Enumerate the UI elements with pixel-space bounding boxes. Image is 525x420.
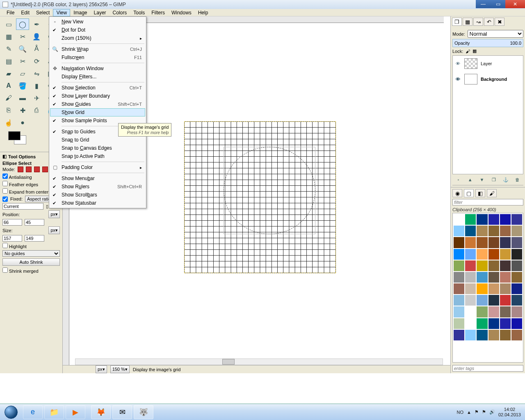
tab-paths[interactable]: ↝ [473, 18, 483, 26]
task-outlook[interactable]: ✉ [112, 405, 132, 419]
pattern-swatch[interactable] [477, 283, 487, 294]
pattern-swatch[interactable] [500, 283, 511, 294]
tool-align[interactable]: ▤ [2, 55, 15, 67]
pattern-swatch[interactable] [500, 306, 511, 317]
tray-lang[interactable]: NO [457, 410, 464, 415]
pattern-swatch[interactable] [500, 260, 511, 271]
pattern-swatch[interactable] [488, 306, 499, 317]
tool-dodge[interactable]: ● [16, 117, 29, 128]
status-unit[interactable]: px▾ [96, 365, 107, 373]
layer-row[interactable]: 👁 Background [453, 71, 523, 87]
tool-clone[interactable]: ⎘ [2, 105, 15, 116]
pattern-swatch[interactable] [488, 283, 499, 294]
pattern-swatch[interactable] [488, 272, 499, 283]
size-w-field[interactable] [2, 235, 22, 242]
pattern-swatch[interactable] [465, 306, 476, 317]
layer-delete-icon[interactable]: 🗑 [514, 176, 521, 183]
task-media[interactable]: ▶ [66, 405, 85, 419]
tray-flag-icon[interactable]: ▲ [467, 410, 471, 415]
pattern-swatch[interactable] [477, 295, 487, 306]
close-button[interactable]: ✕ [505, 0, 525, 8]
menu-image[interactable]: Image [70, 9, 90, 16]
tool-rotate[interactable]: ⟳ [30, 55, 43, 67]
tool-color-picker[interactable]: ✎ [2, 43, 15, 55]
minimize-button[interactable]: — [476, 0, 491, 8]
pattern-swatch[interactable] [465, 226, 476, 236]
menu-tools[interactable]: Tools [130, 9, 148, 16]
orient-port-icon[interactable]: ▯ [46, 204, 48, 209]
pattern-swatch[interactable] [465, 330, 476, 340]
pattern-swatch[interactable] [477, 272, 487, 283]
pattern-swatch[interactable] [454, 295, 464, 306]
tray-volume-icon[interactable]: 🔊 [489, 409, 495, 415]
shrink-merged-checkbox[interactable] [2, 267, 8, 273]
menu-filters[interactable]: Filters [148, 9, 168, 16]
blend-mode-select[interactable]: Normal [468, 30, 523, 38]
layer-anchor-icon[interactable]: ⚓ [502, 176, 509, 183]
pattern-swatch[interactable] [465, 318, 476, 329]
tab-undo[interactable]: ↶ [484, 18, 494, 26]
pattern-swatch[interactable] [454, 306, 464, 317]
pattern-swatch[interactable] [511, 318, 522, 329]
pattern-swatch[interactable] [511, 272, 522, 283]
tool-rect-select[interactable]: ▭ [2, 18, 15, 30]
menu-dot-for-dot[interactable]: ✔Dot for Dot [50, 26, 145, 34]
pattern-swatch[interactable] [465, 295, 476, 306]
menu-edit[interactable]: Edit [18, 9, 33, 16]
pattern-swatch[interactable] [454, 272, 464, 283]
image-canvas[interactable] [184, 121, 336, 273]
pattern-swatch[interactable] [454, 283, 464, 294]
pos-y-field[interactable] [25, 219, 44, 226]
tool-zoom[interactable]: 🔍 [16, 43, 29, 55]
pattern-swatch[interactable] [511, 249, 522, 260]
tool-blend[interactable]: ▮ [30, 80, 43, 91]
pattern-swatch[interactable] [454, 226, 464, 236]
guides-select[interactable]: No guides [2, 250, 60, 257]
pattern-swatch[interactable] [454, 260, 464, 271]
layer-row[interactable]: 👁 Layer [453, 56, 523, 71]
tool-ellipse-select[interactable]: ◯ [16, 18, 29, 30]
pattern-swatch[interactable] [500, 237, 511, 248]
pattern-swatch[interactable] [454, 249, 464, 260]
layer-dup-icon[interactable]: ❐ [490, 176, 498, 183]
pattern-swatch[interactable] [488, 226, 499, 236]
tray-clock[interactable]: 14:02 02.04.2013 [498, 407, 521, 417]
pattern-swatch[interactable] [477, 214, 487, 225]
pattern-swatch[interactable] [500, 249, 511, 260]
menu-shrink-wrap[interactable]: 🔍Shrink WrapCtrl+J [50, 45, 145, 53]
tool-perspective[interactable]: ▱ [16, 68, 29, 79]
mode-intersect[interactable] [42, 167, 48, 172]
pattern-swatch[interactable] [500, 318, 511, 329]
tool-free-select[interactable]: ✒ [30, 18, 43, 30]
highlight-checkbox[interactable] [2, 243, 8, 248]
tool-scissors[interactable]: ✂ [16, 31, 29, 42]
pos-x-field[interactable] [2, 219, 22, 226]
tool-eraser[interactable]: ▬ [16, 92, 29, 104]
menu-snap-path[interactable]: Snap to Active Path [50, 152, 145, 160]
tool-bucket[interactable]: 🪣 [16, 80, 29, 91]
menu-select[interactable]: Select [33, 9, 53, 16]
pattern-swatch[interactable] [500, 214, 511, 225]
tool-airbrush[interactable]: ✈ [30, 92, 43, 104]
pattern-swatch[interactable] [477, 260, 487, 271]
pattern-swatch[interactable] [511, 226, 522, 236]
tab-layers[interactable]: ❐ [452, 18, 462, 26]
menu-snap-canvas[interactable]: Snap to Canvas Edges [50, 144, 145, 152]
pattern-swatch[interactable] [500, 272, 511, 283]
pattern-swatch[interactable] [488, 318, 499, 329]
tray-flag2-icon[interactable]: ⚑ [475, 409, 479, 415]
pattern-grid[interactable] [452, 213, 523, 363]
menu-zoom[interactable]: Zoom (150%)▸ [50, 34, 145, 42]
pattern-swatch[interactable] [511, 283, 522, 294]
menu-show-selection[interactable]: ✔Show SelectionCtrl+T [50, 84, 145, 92]
pattern-swatch[interactable] [511, 306, 522, 317]
pattern-swatch[interactable] [500, 295, 511, 306]
tray-network-icon[interactable]: ⚑ [482, 409, 486, 415]
expand-checkbox[interactable] [2, 188, 8, 194]
pattern-swatch[interactable] [511, 295, 522, 306]
pattern-swatch[interactable] [454, 330, 464, 340]
tool-foreground[interactable]: 👤 [30, 31, 43, 42]
menu-show-menubar[interactable]: ✔Show Menubar [50, 174, 145, 183]
tool-measure[interactable]: Å [30, 43, 43, 55]
opacity-value[interactable]: 100.0 [510, 41, 521, 46]
